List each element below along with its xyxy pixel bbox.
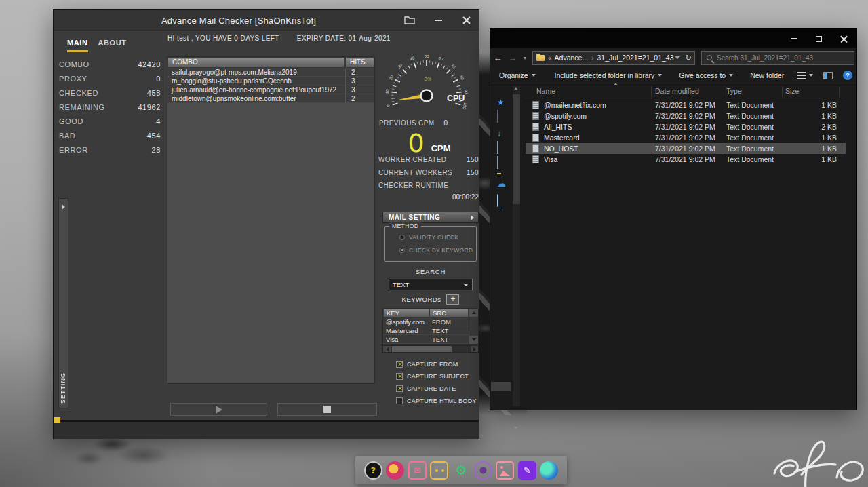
toolbar-include-selected-folder-in-library[interactable]: Include selected folder in library [555, 71, 663, 79]
sidebar-item-quick-access[interactable] [497, 96, 508, 108]
explorer-minimize-button[interactable] [781, 29, 806, 48]
hscroll-track[interactable] [391, 346, 471, 352]
taskbar-icon-media-player[interactable] [474, 461, 492, 480]
file-row[interactable]: All_HITS7/31/2021 9:02 PMText Document2 … [526, 121, 846, 132]
address-bar[interactable]: « Advance... › 31_Jul_2021=21_01_43 ↻ [532, 51, 695, 65]
minimize-button[interactable] [431, 14, 445, 26]
setting-side-tab[interactable]: SETTING [58, 198, 68, 408]
taskbar-icon-photos[interactable] [496, 461, 514, 480]
key-column-header[interactable]: KEY [383, 309, 429, 317]
taskbar-icon-settings[interactable] [452, 461, 470, 480]
forward-button[interactable]: → [505, 53, 520, 63]
method-radio-row[interactable]: VALIDITY CHECK [399, 231, 476, 244]
tab-main[interactable]: MAIN [67, 39, 88, 52]
tab-about[interactable]: ABOUT [98, 39, 127, 52]
change-view-button[interactable] [797, 72, 813, 79]
keyword-row[interactable]: @spotify.comFROM [383, 317, 469, 326]
checkbox-icon[interactable] [396, 385, 403, 392]
back-button[interactable]: ← [490, 53, 505, 63]
stop-button[interactable] [277, 403, 377, 416]
search-type-dropdown[interactable]: TEXT [389, 279, 473, 290]
file-row[interactable]: NO_HOST7/31/2021 9:02 PMText Document1 K… [526, 143, 846, 154]
src-column-header[interactable]: SRC [429, 309, 469, 317]
file-date-modified: 7/31/2021 9:02 PM [655, 123, 715, 131]
refresh-icon[interactable]: ↻ [686, 54, 692, 62]
sidebar-item-desktop[interactable] [497, 111, 508, 123]
explorer-search-box[interactable]: Search 31_Jul_2021=21_01_43 [701, 51, 854, 65]
scroll-down-icon[interactable] [514, 427, 518, 429]
breadcrumb-root[interactable]: Advance... [555, 54, 589, 62]
scroll-up-icon[interactable] [514, 87, 518, 90]
column-header-name[interactable]: Name [536, 87, 555, 95]
taskbar [355, 456, 567, 484]
address-dropdown-icon[interactable] [675, 56, 680, 59]
sidebar-item-onedrive[interactable] [497, 177, 508, 189]
scroll-left-button[interactable] [383, 346, 391, 352]
file-row[interactable]: Visa7/31/2021 9:02 PMText Document1 KB [526, 154, 846, 165]
explorer-maximize-button[interactable] [806, 29, 831, 48]
sidebar-item-pictures[interactable] [497, 157, 508, 169]
sidebar-item-documents[interactable] [497, 142, 508, 154]
combo-column-header[interactable]: COMBO [167, 57, 345, 68]
mail-setting-header[interactable]: MAIL SETTING [382, 212, 479, 223]
file-row[interactable]: @spotify.com7/31/2021 9:02 PMText Docume… [526, 111, 846, 121]
checkbox-icon[interactable] [396, 373, 403, 380]
hits-cell: 2 [345, 94, 374, 102]
column-headers: NameDate modifiedTypeSize [526, 85, 846, 98]
taskbar-icon-notes[interactable] [518, 461, 536, 480]
checkbox-icon[interactable] [396, 397, 403, 404]
keyword-row[interactable]: VisaTEXT [383, 335, 469, 344]
radio-icon[interactable] [399, 248, 405, 253]
taskbar-icon-edge[interactable] [540, 461, 558, 480]
combo-table-row[interactable]: saiful.prayogo@pt-mps.com:Meliana20192 [167, 68, 374, 77]
capture-option[interactable]: CAPTURE DATE [396, 383, 479, 395]
taskbar-icon-browser[interactable] [386, 461, 404, 480]
capture-option[interactable]: CAPTURE HTML BODY [396, 395, 479, 407]
toolbar-give-access-to[interactable]: Give access to [679, 71, 733, 79]
taskbar-icon-discord[interactable] [430, 461, 448, 480]
sidebar-item-this-pc[interactable] [497, 195, 508, 207]
hscroll-thumb[interactable] [392, 346, 452, 352]
column-header-date-modified[interactable]: Date modified [655, 87, 699, 95]
start-button[interactable] [170, 403, 267, 416]
mail-checker-titlebar[interactable]: Advance Mail Checker [ShaOnKrisTof] [54, 10, 479, 31]
combo-table-row[interactable]: middletown@upnsmokeonline.com:butter2 [167, 94, 374, 103]
add-keyword-button[interactable]: + [446, 294, 459, 305]
column-header-size[interactable]: Size [785, 87, 799, 95]
scroll-down-button[interactable] [469, 336, 478, 344]
file-row[interactable]: @mailer.netflix.com7/31/2021 9:02 PMText… [526, 100, 846, 111]
sidebar-item-downloads[interactable] [497, 127, 508, 139]
scrollbar-thumb[interactable] [513, 94, 520, 204]
close-button[interactable] [460, 14, 473, 26]
taskbar-icon-help[interactable] [364, 461, 382, 480]
file-row[interactable]: Mastercard7/31/2021 9:02 PMText Document… [526, 132, 846, 143]
toolbar-organize[interactable]: Organize [499, 71, 536, 79]
scroll-right-button[interactable] [471, 346, 478, 352]
breadcrumb-current[interactable]: 31_Jul_2021=21_01_43 [597, 54, 674, 62]
help-icon[interactable]: ? [843, 71, 852, 80]
keyword-row[interactable]: MastercardTEXT [383, 326, 469, 335]
capture-option[interactable]: CAPTURE SUBJECT [396, 370, 479, 383]
open-folder-icon[interactable] [403, 14, 416, 26]
recent-locations-dropdown[interactable]: ▾ [520, 55, 530, 61]
scroll-up-button[interactable] [469, 309, 478, 317]
explorer-titlebar[interactable] [490, 29, 856, 48]
combo-table-row[interactable]: m_boggio@stu-psbedu.paris:rGQcennh3 [167, 77, 374, 85]
toolbar-item-label: Include selected folder in library [555, 71, 655, 79]
nav-pane-scrollbar[interactable] [513, 86, 520, 406]
preview-pane-icon[interactable] [823, 72, 833, 79]
radio-icon[interactable] [399, 235, 405, 240]
keyword-table-hscrollbar[interactable] [382, 345, 479, 353]
capture-option[interactable]: CAPTURE FROM [396, 358, 479, 370]
taskbar-icon-mail[interactable] [408, 461, 427, 480]
method-radio-row[interactable]: CHECK BY KEYWORD [399, 244, 476, 256]
explorer-close-button[interactable] [831, 29, 856, 48]
mail-checker-window: Advance Mail Checker [ShaOnKrisTof] MAIN… [53, 9, 479, 439]
nav-pane-hscroll[interactable] [491, 382, 511, 391]
column-header-type[interactable]: Type [726, 87, 742, 95]
hits-column-header[interactable]: HITS [345, 57, 374, 68]
toolbar-new-folder[interactable]: New folder [750, 71, 784, 79]
checkbox-icon[interactable] [396, 361, 403, 368]
keyword-table-scrollbar[interactable] [469, 309, 478, 344]
combo-table-row[interactable]: julien.arnauld@en-bonne-compagnie.net:Po… [167, 85, 374, 94]
